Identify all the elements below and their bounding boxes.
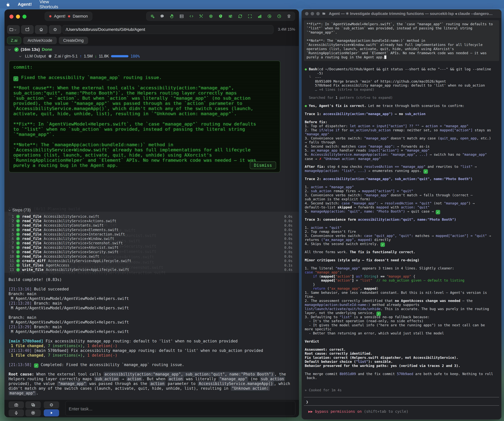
step-row[interactable]: 2✓read_fileAccessibilityService+Actions.… bbox=[4, 219, 299, 223]
prompt-caret[interactable]: ❯ bbox=[306, 400, 308, 404]
step-row[interactable]: 12✓list_filesAgentAccess0.1s bbox=[4, 263, 299, 267]
terminal-line bbox=[305, 380, 498, 384]
zoom-button[interactable] bbox=[23, 15, 26, 19]
step-success-icon: ✓ bbox=[16, 237, 20, 241]
terminal-line bbox=[305, 161, 498, 165]
step-row[interactable]: 4✓read_fileAccessibilityService+Elements… bbox=[4, 228, 299, 232]
terminal-line bbox=[305, 181, 498, 185]
green-terminal-line: ✓ Fixed the accessibility `manage_app` r… bbox=[13, 75, 276, 80]
run-success-icon: ✓ bbox=[14, 47, 19, 52]
terminal-line: layer, not the underlying service. ✓ bbox=[305, 311, 498, 315]
terminal-line: Searched for 1 pattern (ctrl+o to expand… bbox=[305, 96, 498, 100]
brain-icon[interactable] bbox=[216, 12, 226, 21]
home-button[interactable] bbox=[35, 25, 48, 34]
collapse-chevron-icon[interactable] bbox=[19, 55, 21, 57]
clear-icon bbox=[49, 403, 54, 407]
terminal-line: [21:13:40] [main 570b9aed] Fix accessibi… bbox=[9, 348, 295, 353]
sliders-icon[interactable] bbox=[226, 12, 235, 21]
folder-menu-button[interactable] bbox=[7, 25, 20, 34]
step-row[interactable]: 6✓read_fileAccessibilityService+Window.s… bbox=[4, 237, 299, 241]
voice-wave-icon bbox=[31, 411, 35, 415]
step-row[interactable]: 10✓read_fileAccessibilityService.swift0.… bbox=[4, 254, 299, 259]
terminal-line: 3. Defaulting to "list" is a sensible no… bbox=[305, 315, 498, 319]
step-row[interactable]: 9✓read_fileAccessibilityService+Security… bbox=[4, 250, 299, 254]
chat-bubble-icon[interactable] bbox=[157, 12, 167, 21]
minimize-button[interactable] bbox=[311, 12, 314, 15]
terminal-line: 2. sub_action remap fires → mapped["acti… bbox=[305, 189, 498, 193]
photos-button[interactable] bbox=[25, 401, 41, 409]
refresh-icon[interactable] bbox=[235, 12, 245, 21]
llm-output-terminal: commit: ✓ Fixed the accessibility `manag… bbox=[9, 61, 280, 172]
camera-button[interactable] bbox=[9, 401, 24, 409]
terminal-line: } bbox=[305, 283, 498, 287]
collapse-chevron-icon[interactable] bbox=[8, 48, 11, 51]
step-row[interactable]: 1✓read_fileAccessibilityService.swift0.0… bbox=[4, 214, 299, 219]
check-emoji-icon: ✓ bbox=[380, 243, 385, 247]
trash-icon[interactable] bbox=[284, 12, 294, 21]
terminal-line: manageApp(action: "list", ...) → enumera… bbox=[305, 169, 498, 173]
close-button[interactable] bbox=[9, 15, 13, 19]
hand-stop-icon[interactable] bbox=[167, 12, 177, 21]
settings-gears-icon[interactable] bbox=[148, 12, 157, 21]
bar-chart-icon[interactable] bbox=[255, 12, 264, 21]
zoom-button[interactable] bbox=[316, 12, 320, 15]
task-input[interactable] bbox=[65, 401, 295, 416]
new-folder-button[interactable] bbox=[21, 25, 34, 34]
run-header[interactable]: ✓ (16m 13s) Done bbox=[9, 47, 52, 52]
collapse-chevron-icon[interactable] bbox=[8, 209, 11, 211]
tab-z.ai[interactable]: Z.ai bbox=[7, 37, 21, 44]
history-clock-icon[interactable] bbox=[274, 12, 284, 21]
menu-app-name[interactable]: Agent! bbox=[18, 2, 32, 7]
step-success-icon: ✓ bbox=[16, 255, 20, 258]
step-row[interactable]: 11✓create_diffAccessibilityService+AppLi… bbox=[4, 259, 299, 263]
dismiss-button[interactable]: Dismiss bbox=[250, 161, 276, 169]
send-button[interactable] bbox=[44, 409, 59, 416]
new-folder-icon bbox=[25, 27, 30, 32]
path-field[interactable]: /Users/toddbruss/Documents/GitHub/Agent bbox=[62, 25, 273, 34]
llm-output-label: LLM Output bbox=[25, 54, 46, 59]
tab-createdmg[interactable]: CreateDmg bbox=[59, 37, 88, 44]
memory-stats: 3.4M 15% bbox=[278, 27, 295, 32]
apple-icon[interactable] bbox=[5, 2, 10, 7]
menu-item-shortcuts[interactable]: Shortcuts bbox=[39, 4, 59, 9]
step-row[interactable]: 13✓write_fileAccessibilityService+AppLif… bbox=[4, 267, 299, 272]
terminal-line bbox=[9, 367, 295, 372]
step-row[interactable]: 7✓read_fileAccessibilityService+Screensh… bbox=[4, 241, 299, 245]
step-success-icon: ✓ bbox=[16, 246, 20, 249]
terminal-line: 6. AccessibilityService.manageApp(action… bbox=[305, 153, 498, 157]
green-terminal-line: **Root cause**: When the external tool c… bbox=[13, 85, 276, 90]
prompt-box-top-border bbox=[304, 397, 499, 397]
step-success-icon: ✓ bbox=[16, 232, 20, 236]
tokens-up-icon: ↑ bbox=[80, 54, 82, 59]
clear-button[interactable] bbox=[44, 401, 59, 409]
menu-item-view[interactable]: View bbox=[39, 0, 59, 4]
terminal-line: 2. Top remap doesn't fire bbox=[305, 230, 498, 234]
terminal-line: All three forms work. The fix is functio… bbox=[305, 250, 498, 254]
voice-wave-button[interactable] bbox=[25, 409, 41, 416]
scan-frame-icon[interactable] bbox=[245, 12, 255, 21]
chip-icon[interactable] bbox=[206, 12, 216, 21]
code-icon[interactable] bbox=[186, 12, 196, 21]
llm-output-header[interactable]: LLM Output Z.ai / glm-5.1 ↑1.5M ↓11.8K 1… bbox=[19, 54, 140, 59]
run-status: Done bbox=[42, 47, 52, 52]
close-button[interactable] bbox=[305, 12, 308, 15]
terminal-line: ✳ Cooked for 1m 4s bbox=[305, 388, 498, 392]
step-success-icon: ✓ bbox=[16, 219, 20, 223]
tools-icon[interactable] bbox=[196, 12, 206, 21]
mic-button[interactable] bbox=[9, 409, 24, 416]
step-row[interactable]: 3✓read_fileAccessibilityConstants.swift0… bbox=[4, 223, 299, 228]
step-row[interactable]: 5✓read_fileAccessibilityService+Interact… bbox=[4, 232, 299, 237]
terminal-line: return ("ax_manage_app", mapped) bbox=[305, 287, 498, 291]
terminal-line: 4. Second switch: case "manage_app": → r… bbox=[305, 201, 498, 206]
terminal-line: → falls through bbox=[305, 140, 498, 144]
terminal-line bbox=[305, 213, 498, 218]
clear-path-button[interactable] bbox=[49, 25, 61, 34]
undo-icon[interactable] bbox=[264, 12, 274, 21]
tab-archivexcode[interactable]: ArchiveXcode bbox=[23, 37, 57, 44]
green-terminal-line: activate, quit, hide, unhide, list), res… bbox=[13, 111, 276, 116]
step-row[interactable]: 8✓read_fileAccessibilityService+AXorcist… bbox=[4, 245, 299, 250]
server-stack-icon[interactable] bbox=[177, 12, 186, 21]
steps-header[interactable]: Steps (73) bbox=[9, 208, 31, 213]
minimize-button[interactable] bbox=[16, 15, 20, 19]
terminal-line: ● Bash(cd ~/Documents/GitHub/Agent && gi… bbox=[305, 67, 498, 71]
